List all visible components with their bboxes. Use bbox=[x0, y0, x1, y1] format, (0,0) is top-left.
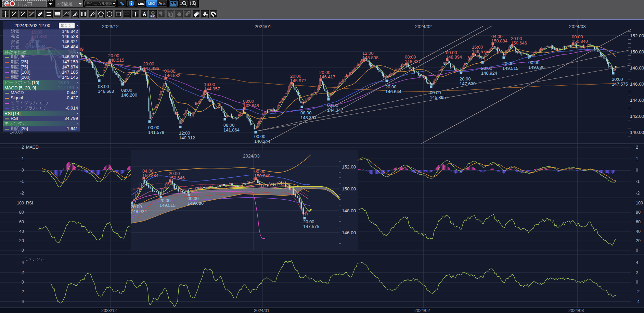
svg-text:[5]: [5] bbox=[21, 54, 25, 59]
svg-text:2023/12: 2023/12 bbox=[102, 24, 119, 29]
svg-text:145.145: 145.145 bbox=[62, 75, 78, 80]
svg-text:146.644: 146.644 bbox=[385, 89, 401, 94]
svg-text:-0.441: -0.441 bbox=[65, 90, 78, 95]
svg-text:2024/01: 2024/01 bbox=[255, 24, 271, 29]
svg-text:2023/12: 2023/12 bbox=[101, 308, 117, 313]
svg-text:2: 2 bbox=[636, 270, 638, 275]
svg-text:146.00: 146.00 bbox=[342, 230, 356, 235]
svg-text:12:00: 12:00 bbox=[179, 130, 190, 136]
svg-text:20:00: 20:00 bbox=[159, 198, 171, 203]
svg-text:149.515: 149.515 bbox=[502, 66, 518, 71]
svg-text:×: × bbox=[76, 23, 79, 28]
svg-text:20: 20 bbox=[19, 238, 24, 243]
svg-text:0: 0 bbox=[22, 168, 24, 173]
svg-text:00:00: 00:00 bbox=[254, 134, 266, 139]
svg-text:[100]: [100] bbox=[21, 70, 30, 75]
svg-text:148.924: 148.924 bbox=[481, 71, 497, 76]
svg-text:[10]: [10] bbox=[32, 80, 39, 85]
svg-text:150.840: 150.840 bbox=[254, 173, 270, 178]
svg-text:RSI [14]: RSI [14] bbox=[4, 111, 21, 116]
svg-text:146.342: 146.342 bbox=[62, 29, 78, 34]
svg-text:2024/03: 2024/03 bbox=[243, 153, 260, 159]
svg-text:144.347: 144.347 bbox=[327, 108, 343, 113]
svg-text:148.808: 148.808 bbox=[362, 55, 378, 60]
svg-text:150.884: 150.884 bbox=[491, 38, 507, 43]
svg-text:150.840: 150.840 bbox=[572, 39, 588, 44]
svg-text:×: × bbox=[76, 80, 79, 85]
svg-text:146.399: 146.399 bbox=[62, 54, 78, 59]
svg-text:147.674: 147.674 bbox=[62, 64, 78, 70]
svg-text:40: 40 bbox=[19, 229, 24, 234]
svg-text:0: 0 bbox=[636, 248, 638, 253]
svg-text:148.924: 148.924 bbox=[131, 209, 147, 214]
svg-text:2: 2 bbox=[22, 270, 24, 275]
svg-text:150.646: 150.646 bbox=[169, 175, 185, 180]
svg-text:20:00: 20:00 bbox=[303, 219, 314, 224]
svg-text:152.00: 152.00 bbox=[342, 164, 356, 170]
svg-text:142.00: 142.00 bbox=[630, 114, 644, 119]
svg-text:3: 3 bbox=[29, 11, 31, 14]
svg-text:142.848: 142.848 bbox=[243, 103, 259, 108]
svg-text:60: 60 bbox=[19, 220, 24, 224]
svg-text:4: 4 bbox=[636, 260, 638, 265]
svg-text:icon: icon bbox=[151, 15, 155, 17]
svg-text:20:00: 20:00 bbox=[131, 204, 142, 209]
svg-text:146.484: 146.484 bbox=[62, 44, 78, 49]
svg-text:0: 0 bbox=[22, 248, 24, 253]
svg-text:08:00: 08:00 bbox=[223, 123, 235, 128]
svg-text:80: 80 bbox=[636, 210, 641, 215]
svg-text:2: 2 bbox=[21, 11, 22, 14]
svg-text:146.200: 146.200 bbox=[121, 92, 137, 98]
svg-text:2024/03: 2024/03 bbox=[569, 24, 586, 29]
svg-text:147.575: 147.575 bbox=[612, 82, 628, 87]
svg-text:143.391: 143.391 bbox=[300, 115, 317, 120]
svg-text:2: 2 bbox=[636, 145, 638, 150]
svg-text:2024/02: 2024/02 bbox=[414, 308, 430, 313]
svg-text:08:00: 08:00 bbox=[98, 84, 109, 89]
svg-text:40: 40 bbox=[636, 229, 641, 234]
svg-text:144.957: 144.957 bbox=[204, 86, 220, 91]
svg-text:2: 2 bbox=[22, 145, 24, 150]
svg-text:146.00: 146.00 bbox=[630, 82, 644, 87]
svg-text:0: 0 bbox=[636, 168, 638, 173]
svg-text:-4: -4 bbox=[20, 299, 24, 304]
svg-text:100: 100 bbox=[636, 201, 643, 205]
svg-text:144.00: 144.00 bbox=[630, 98, 644, 103]
svg-text:[200]: [200] bbox=[21, 75, 30, 80]
svg-text:2024/02/02 12:00: 2024/02/02 12:00 bbox=[14, 23, 50, 28]
svg-text:20:00: 20:00 bbox=[460, 76, 471, 82]
svg-text:140.00: 140.00 bbox=[630, 130, 644, 135]
svg-text:A: A bbox=[143, 11, 146, 17]
svg-text:RSI: RSI bbox=[26, 201, 33, 205]
svg-text:147.185: 147.185 bbox=[62, 70, 78, 75]
svg-text:×: × bbox=[76, 111, 79, 116]
svg-text:-2: -2 bbox=[636, 289, 640, 294]
svg-text:00:00: 00:00 bbox=[327, 103, 338, 108]
svg-text:80: 80 bbox=[19, 210, 24, 215]
svg-text:150.00: 150.00 bbox=[342, 186, 356, 191]
svg-text:148.00: 148.00 bbox=[630, 65, 644, 71]
svg-text:152.00: 152.00 bbox=[630, 33, 644, 38]
svg-text:148.00: 148.00 bbox=[342, 208, 356, 213]
svg-text:148.515: 148.515 bbox=[108, 58, 124, 63]
svg-text:-2: -2 bbox=[20, 191, 24, 196]
svg-text:2024/01: 2024/01 bbox=[254, 308, 269, 313]
svg-text:147.575: 147.575 bbox=[303, 224, 319, 229]
svg-text:146.663: 146.663 bbox=[98, 89, 114, 94]
svg-text:148.894: 148.894 bbox=[446, 54, 462, 60]
svg-text:-1.641: -1.641 bbox=[65, 126, 78, 131]
svg-text:146.321: 146.321 bbox=[62, 39, 78, 44]
svg-text:141.579: 141.579 bbox=[148, 130, 164, 135]
svg-text:-1: -1 bbox=[20, 179, 24, 184]
svg-text:149.680: 149.680 bbox=[528, 65, 544, 70]
svg-text:146.528: 146.528 bbox=[62, 34, 78, 39]
svg-text:2024/02: 2024/02 bbox=[415, 24, 432, 29]
svg-text:146.582: 146.582 bbox=[164, 73, 180, 78]
svg-text:08:00: 08:00 bbox=[300, 110, 312, 115]
svg-text:145.895: 145.895 bbox=[430, 95, 446, 100]
svg-text:-0.427: -0.427 bbox=[65, 95, 78, 100]
svg-text:0: 0 bbox=[22, 280, 24, 285]
svg-text:-1: -1 bbox=[636, 179, 640, 184]
svg-text:00:00: 00:00 bbox=[528, 60, 540, 65]
svg-text:-4: -4 bbox=[636, 299, 640, 304]
